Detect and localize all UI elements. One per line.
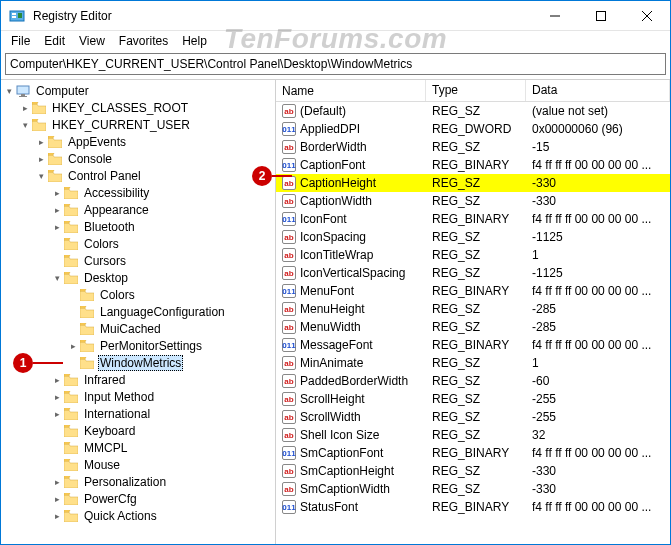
tree-item[interactable]: ▾Computer (1, 82, 275, 99)
folder-icon (64, 221, 78, 233)
value-row[interactable]: abBorderWidthREG_SZ-15 (276, 138, 670, 156)
tree-item[interactable]: Colors (1, 286, 275, 303)
tree-item[interactable]: ▸International (1, 405, 275, 422)
expander-icon[interactable]: ▸ (19, 102, 31, 114)
tree-item[interactable]: ▾Control Panel (1, 167, 275, 184)
tree-item[interactable]: ▸Personalization (1, 473, 275, 490)
value-row[interactable]: abSmCaptionWidthREG_SZ-330 (276, 480, 670, 498)
expander-icon[interactable]: ▸ (35, 136, 47, 148)
tree-item[interactable]: ▾Desktop (1, 269, 275, 286)
expander-icon[interactable] (51, 459, 63, 471)
expander-icon[interactable] (67, 357, 79, 369)
expander-icon[interactable] (51, 255, 63, 267)
tree-item[interactable]: ▾HKEY_CURRENT_USER (1, 116, 275, 133)
titlebar[interactable]: Registry Editor (1, 1, 670, 31)
expander-icon[interactable]: ▸ (51, 187, 63, 199)
address-bar[interactable]: Computer\HKEY_CURRENT_USER\Control Panel… (5, 53, 666, 75)
value-row[interactable]: ab(Default)REG_SZ(value not set) (276, 102, 670, 120)
column-type[interactable]: Type (426, 80, 526, 101)
expander-icon[interactable]: ▸ (51, 204, 63, 216)
value-data: 0x00000060 (96) (526, 122, 670, 136)
expander-icon[interactable]: ▸ (35, 153, 47, 165)
minimize-button[interactable] (532, 1, 578, 31)
expander-icon[interactable] (51, 425, 63, 437)
maximize-button[interactable] (578, 1, 624, 31)
tree-item[interactable]: MMCPL (1, 439, 275, 456)
value-type: REG_SZ (426, 266, 526, 280)
expander-icon[interactable]: ▸ (51, 510, 63, 522)
expander-icon[interactable] (67, 323, 79, 335)
value-row[interactable]: abMenuHeightREG_SZ-285 (276, 300, 670, 318)
value-row[interactable]: abScrollWidthREG_SZ-255 (276, 408, 670, 426)
expander-icon[interactable]: ▸ (51, 476, 63, 488)
expander-icon[interactable]: ▾ (35, 170, 47, 182)
expander-icon[interactable] (51, 238, 63, 250)
expander-icon[interactable]: ▾ (19, 119, 31, 131)
expander-icon[interactable]: ▸ (51, 408, 63, 420)
value-row[interactable]: 011IconFontREG_BINARYf4 ff ff ff 00 00 0… (276, 210, 670, 228)
value-row[interactable]: abCaptionHeightREG_SZ-330 (276, 174, 670, 192)
binary-icon: 011 (282, 446, 296, 460)
expander-icon[interactable] (51, 442, 63, 454)
tree-item[interactable]: ▸Bluetooth (1, 218, 275, 235)
value-row[interactable]: 011StatusFontREG_BINARYf4 ff ff ff 00 00… (276, 498, 670, 516)
string-icon: ab (282, 266, 296, 280)
tree-item[interactable]: LanguageConfiguration (1, 303, 275, 320)
value-row[interactable]: abMinAnimateREG_SZ1 (276, 354, 670, 372)
menu-file[interactable]: File (5, 32, 36, 50)
value-row[interactable]: 011SmCaptionFontREG_BINARYf4 ff ff ff 00… (276, 444, 670, 462)
value-row[interactable]: 011MenuFontREG_BINARYf4 ff ff ff 00 00 0… (276, 282, 670, 300)
expander-icon[interactable]: ▸ (51, 374, 63, 386)
folder-icon (64, 204, 78, 216)
tree-item[interactable]: ▸Appearance (1, 201, 275, 218)
tree-item[interactable]: ▸Quick Actions (1, 507, 275, 524)
tree-item[interactable]: ▸HKEY_CLASSES_ROOT (1, 99, 275, 116)
close-button[interactable] (624, 1, 670, 31)
tree-item[interactable]: Cursors (1, 252, 275, 269)
menu-help[interactable]: Help (176, 32, 213, 50)
expander-icon[interactable]: ▸ (67, 340, 79, 352)
tree-item[interactable]: Colors (1, 235, 275, 252)
tree-item[interactable]: ▸Accessibility (1, 184, 275, 201)
value-row[interactable]: abIconTitleWrapREG_SZ1 (276, 246, 670, 264)
value-row[interactable]: abCaptionWidthREG_SZ-330 (276, 192, 670, 210)
tree-item[interactable]: MuiCached (1, 320, 275, 337)
expander-icon[interactable]: ▸ (51, 493, 63, 505)
value-row[interactable]: abSmCaptionHeightREG_SZ-330 (276, 462, 670, 480)
tree-item[interactable]: ▸Infrared (1, 371, 275, 388)
tree-item[interactable]: ▸Input Method (1, 388, 275, 405)
column-name[interactable]: Name (276, 80, 426, 101)
menu-view[interactable]: View (73, 32, 111, 50)
expander-icon[interactable] (67, 289, 79, 301)
list-body[interactable]: ab(Default)REG_SZ(value not set)011Appli… (276, 102, 670, 544)
tree-item[interactable]: Keyboard (1, 422, 275, 439)
value-row[interactable]: abShell Icon SizeREG_SZ32 (276, 426, 670, 444)
tree-item[interactable]: ▸PowerCfg (1, 490, 275, 507)
expander-icon[interactable]: ▾ (3, 85, 15, 97)
tree-item[interactable]: ▸PerMonitorSettings (1, 337, 275, 354)
menu-favorites[interactable]: Favorites (113, 32, 174, 50)
value-row[interactable]: abIconSpacingREG_SZ-1125 (276, 228, 670, 246)
menu-edit[interactable]: Edit (38, 32, 71, 50)
expander-icon[interactable]: ▸ (51, 221, 63, 233)
string-icon: ab (282, 374, 296, 388)
value-row[interactable]: abPaddedBorderWidthREG_SZ-60 (276, 372, 670, 390)
expander-icon[interactable] (67, 306, 79, 318)
tree-item[interactable]: ▸AppEvents (1, 133, 275, 150)
tree-item[interactable]: Mouse (1, 456, 275, 473)
expander-icon[interactable]: ▾ (51, 272, 63, 284)
value-row[interactable]: 011AppliedDPIREG_DWORD0x00000060 (96) (276, 120, 670, 138)
value-row[interactable]: abMenuWidthREG_SZ-285 (276, 318, 670, 336)
expander-icon[interactable]: ▸ (51, 391, 63, 403)
value-row[interactable]: abScrollHeightREG_SZ-255 (276, 390, 670, 408)
column-data[interactable]: Data (526, 80, 670, 101)
tree-item[interactable]: ▸Console (1, 150, 275, 167)
value-row[interactable]: abIconVerticalSpacingREG_SZ-1125 (276, 264, 670, 282)
string-icon: ab (282, 320, 296, 334)
tree-pane[interactable]: ▾Computer▸HKEY_CLASSES_ROOT▾HKEY_CURRENT… (1, 80, 276, 544)
value-row[interactable]: 011CaptionFontREG_BINARYf4 ff ff ff 00 0… (276, 156, 670, 174)
value-row[interactable]: 011MessageFontREG_BINARYf4 ff ff ff 00 0… (276, 336, 670, 354)
string-icon: ab (282, 482, 296, 496)
tree-item[interactable]: WindowMetrics (1, 354, 275, 371)
value-data: -15 (526, 140, 670, 154)
